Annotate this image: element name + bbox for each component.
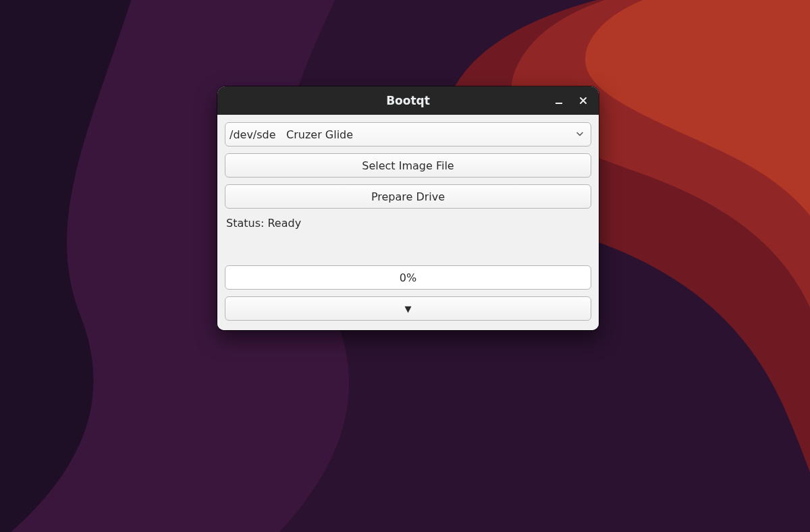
svg-rect-1	[556, 103, 562, 104]
progress-label: 0%	[400, 271, 416, 284]
close-button[interactable]	[573, 90, 593, 111]
close-icon	[579, 97, 587, 105]
prepare-drive-label: Prepare Drive	[371, 190, 445, 203]
chevron-down-icon: ▼	[405, 304, 412, 313]
drive-name: Cruzer Glide	[286, 128, 353, 141]
app-window: Bootqt /dev/sde Cruzer Glide	[217, 86, 599, 330]
window-title: Bootqt	[386, 94, 430, 107]
drive-select[interactable]: /dev/sde Cruzer Glide	[225, 122, 591, 147]
window-controls	[549, 86, 593, 115]
drive-device-path: /dev/sde	[230, 128, 286, 141]
chevron-down-icon	[576, 128, 584, 141]
expand-button[interactable]: ▼	[225, 296, 591, 321]
titlebar[interactable]: Bootqt	[217, 86, 599, 115]
desktop-background: Bootqt /dev/sde Cruzer Glide	[0, 0, 810, 532]
progress-bar: 0%	[225, 265, 591, 290]
minimize-button[interactable]	[549, 90, 569, 111]
prepare-drive-button[interactable]: Prepare Drive	[225, 184, 591, 209]
minimize-icon	[555, 97, 563, 105]
select-image-label: Select Image File	[362, 159, 454, 172]
window-body: /dev/sde Cruzer Glide Select Image File …	[217, 115, 599, 330]
select-image-button[interactable]: Select Image File	[225, 153, 591, 178]
status-text: Status: Ready	[225, 215, 591, 259]
